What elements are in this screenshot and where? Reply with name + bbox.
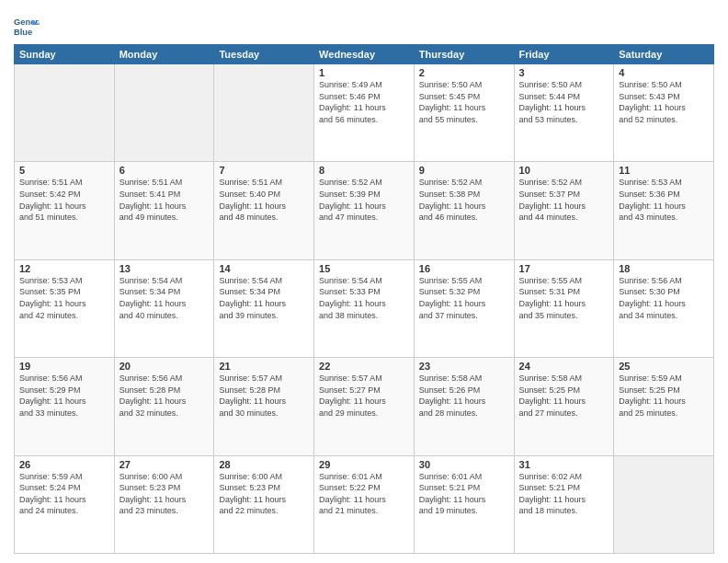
day-number: 13 — [119, 263, 210, 274]
day-info: Sunrise: 5:55 AMSunset: 5:31 PMDaylight:… — [519, 275, 609, 321]
calendar-cell: 23Sunrise: 5:58 AMSunset: 5:26 PMDayligh… — [414, 358, 514, 455]
day-number: 20 — [119, 361, 210, 372]
day-info: Sunrise: 5:56 AMSunset: 5:30 PMDaylight:… — [619, 275, 709, 321]
day-info: Sunrise: 5:53 AMSunset: 5:35 PMDaylight:… — [19, 275, 109, 321]
day-number: 2 — [419, 67, 509, 78]
calendar-cell: 30Sunrise: 6:01 AMSunset: 5:21 PMDayligh… — [414, 455, 514, 553]
day-number: 27 — [119, 459, 210, 470]
calendar-cell: 9Sunrise: 5:52 AMSunset: 5:38 PMDaylight… — [414, 162, 514, 259]
day-number: 21 — [219, 361, 309, 372]
calendar-cell: 3Sunrise: 5:50 AMSunset: 5:44 PMDaylight… — [514, 64, 614, 162]
calendar-cell: 31Sunrise: 6:02 AMSunset: 5:21 PMDayligh… — [514, 455, 614, 553]
calendar-cell: 10Sunrise: 5:52 AMSunset: 5:37 PMDayligh… — [514, 162, 614, 259]
calendar-cell: 4Sunrise: 5:50 AMSunset: 5:43 PMDaylight… — [614, 64, 714, 162]
day-number: 16 — [419, 263, 509, 274]
day-header-wednesday: Wednesday — [314, 45, 415, 64]
day-number: 5 — [19, 165, 109, 176]
calendar-cell — [614, 455, 714, 553]
calendar-cell: 7Sunrise: 5:51 AMSunset: 5:40 PMDaylight… — [214, 162, 314, 259]
day-info: Sunrise: 5:57 AMSunset: 5:27 PMDaylight:… — [319, 373, 409, 419]
calendar-cell: 29Sunrise: 6:01 AMSunset: 5:22 PMDayligh… — [314, 455, 415, 553]
calendar-cell: 11Sunrise: 5:53 AMSunset: 5:36 PMDayligh… — [614, 162, 714, 259]
day-number: 14 — [219, 263, 309, 274]
week-row-3: 19Sunrise: 5:56 AMSunset: 5:29 PMDayligh… — [15, 358, 714, 455]
calendar-cell: 19Sunrise: 5:56 AMSunset: 5:29 PMDayligh… — [15, 358, 115, 455]
day-header-monday: Monday — [114, 45, 214, 64]
day-info: Sunrise: 5:50 AMSunset: 5:44 PMDaylight:… — [519, 79, 609, 125]
week-row-4: 26Sunrise: 5:59 AMSunset: 5:24 PMDayligh… — [15, 455, 714, 553]
day-info: Sunrise: 6:00 AMSunset: 5:23 PMDaylight:… — [219, 471, 309, 517]
day-number: 12 — [19, 263, 109, 274]
day-info: Sunrise: 5:52 AMSunset: 5:38 PMDaylight:… — [419, 177, 509, 223]
day-info: Sunrise: 6:01 AMSunset: 5:22 PMDaylight:… — [319, 471, 409, 517]
day-number: 22 — [319, 361, 409, 372]
day-number: 9 — [419, 165, 509, 176]
day-info: Sunrise: 5:50 AMSunset: 5:43 PMDaylight:… — [619, 79, 709, 125]
calendar-cell: 16Sunrise: 5:55 AMSunset: 5:32 PMDayligh… — [414, 259, 514, 357]
day-header-friday: Friday — [514, 45, 614, 64]
calendar-cell: 22Sunrise: 5:57 AMSunset: 5:27 PMDayligh… — [314, 358, 415, 455]
day-number: 29 — [319, 459, 409, 470]
page: General Blue SundayMondayTuesdayWednesda… — [0, 0, 728, 563]
day-number: 26 — [19, 459, 109, 470]
calendar-cell: 2Sunrise: 5:50 AMSunset: 5:45 PMDaylight… — [414, 64, 514, 162]
header: General Blue — [14, 9, 714, 39]
calendar-cell: 13Sunrise: 5:54 AMSunset: 5:34 PMDayligh… — [114, 259, 214, 357]
day-number: 7 — [219, 165, 309, 176]
day-info: Sunrise: 5:54 AMSunset: 5:33 PMDaylight:… — [319, 275, 409, 321]
day-info: Sunrise: 5:49 AMSunset: 5:46 PMDaylight:… — [319, 79, 409, 125]
day-info: Sunrise: 5:54 AMSunset: 5:34 PMDaylight:… — [119, 275, 210, 321]
day-info: Sunrise: 5:58 AMSunset: 5:26 PMDaylight:… — [419, 373, 509, 419]
day-number: 28 — [219, 459, 309, 470]
day-info: Sunrise: 5:54 AMSunset: 5:34 PMDaylight:… — [219, 275, 309, 321]
day-info: Sunrise: 5:51 AMSunset: 5:42 PMDaylight:… — [19, 177, 109, 223]
day-number: 19 — [19, 361, 109, 372]
day-number: 23 — [419, 361, 509, 372]
calendar-cell: 8Sunrise: 5:52 AMSunset: 5:39 PMDaylight… — [314, 162, 415, 259]
day-number: 25 — [619, 361, 709, 372]
calendar-cell: 25Sunrise: 5:59 AMSunset: 5:25 PMDayligh… — [614, 358, 714, 455]
calendar-cell: 1Sunrise: 5:49 AMSunset: 5:46 PMDaylight… — [314, 64, 415, 162]
day-number: 4 — [619, 67, 709, 78]
calendar-cell — [214, 64, 314, 162]
day-number: 3 — [519, 67, 609, 78]
day-info: Sunrise: 5:52 AMSunset: 5:39 PMDaylight:… — [319, 177, 409, 223]
day-info: Sunrise: 6:02 AMSunset: 5:21 PMDaylight:… — [519, 471, 609, 517]
day-info: Sunrise: 5:51 AMSunset: 5:40 PMDaylight:… — [219, 177, 309, 223]
day-number: 6 — [119, 165, 210, 176]
calendar-cell: 18Sunrise: 5:56 AMSunset: 5:30 PMDayligh… — [614, 259, 714, 357]
calendar-cell: 28Sunrise: 6:00 AMSunset: 5:23 PMDayligh… — [214, 455, 314, 553]
day-number: 30 — [419, 459, 509, 470]
calendar-cell: 15Sunrise: 5:54 AMSunset: 5:33 PMDayligh… — [314, 259, 415, 357]
day-info: Sunrise: 5:56 AMSunset: 5:28 PMDaylight:… — [119, 373, 210, 419]
logo: General Blue — [14, 13, 43, 39]
day-info: Sunrise: 5:58 AMSunset: 5:25 PMDaylight:… — [519, 373, 609, 419]
day-info: Sunrise: 5:55 AMSunset: 5:32 PMDaylight:… — [419, 275, 509, 321]
day-info: Sunrise: 5:56 AMSunset: 5:29 PMDaylight:… — [19, 373, 109, 419]
day-info: Sunrise: 5:59 AMSunset: 5:24 PMDaylight:… — [19, 471, 109, 517]
calendar-cell: 6Sunrise: 5:51 AMSunset: 5:41 PMDaylight… — [114, 162, 214, 259]
calendar-cell: 20Sunrise: 5:56 AMSunset: 5:28 PMDayligh… — [114, 358, 214, 455]
day-info: Sunrise: 5:53 AMSunset: 5:36 PMDaylight:… — [619, 177, 709, 223]
week-row-1: 5Sunrise: 5:51 AMSunset: 5:42 PMDaylight… — [15, 162, 714, 259]
day-header-tuesday: Tuesday — [214, 45, 314, 64]
svg-text:Blue: Blue — [14, 28, 32, 37]
calendar-cell — [15, 64, 115, 162]
day-number: 24 — [519, 361, 609, 372]
day-number: 8 — [319, 165, 409, 176]
days-header-row: SundayMondayTuesdayWednesdayThursdayFrid… — [15, 45, 714, 64]
day-number: 15 — [319, 263, 409, 274]
week-row-2: 12Sunrise: 5:53 AMSunset: 5:35 PMDayligh… — [15, 259, 714, 357]
calendar-cell: 27Sunrise: 6:00 AMSunset: 5:23 PMDayligh… — [114, 455, 214, 553]
day-info: Sunrise: 5:59 AMSunset: 5:25 PMDaylight:… — [619, 373, 709, 419]
day-info: Sunrise: 6:01 AMSunset: 5:21 PMDaylight:… — [419, 471, 509, 517]
calendar-cell: 17Sunrise: 5:55 AMSunset: 5:31 PMDayligh… — [514, 259, 614, 357]
day-info: Sunrise: 5:50 AMSunset: 5:45 PMDaylight:… — [419, 79, 509, 125]
calendar-cell — [114, 64, 214, 162]
day-info: Sunrise: 5:52 AMSunset: 5:37 PMDaylight:… — [519, 177, 609, 223]
day-number: 17 — [519, 263, 609, 274]
calendar-cell: 26Sunrise: 5:59 AMSunset: 5:24 PMDayligh… — [15, 455, 115, 553]
week-row-0: 1Sunrise: 5:49 AMSunset: 5:46 PMDaylight… — [15, 64, 714, 162]
day-number: 1 — [319, 67, 409, 78]
calendar-cell: 12Sunrise: 5:53 AMSunset: 5:35 PMDayligh… — [15, 259, 115, 357]
